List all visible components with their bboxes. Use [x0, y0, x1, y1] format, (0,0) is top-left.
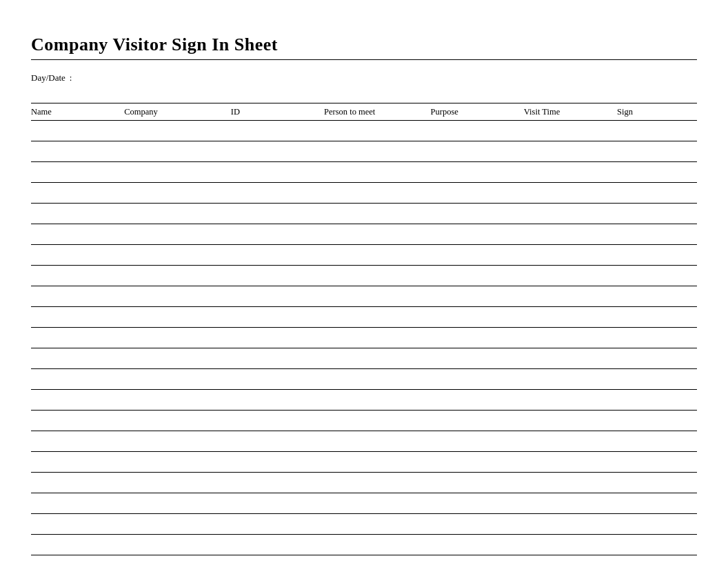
column-header-visit-time: Visit Time	[524, 103, 617, 121]
table-cell	[431, 393, 524, 411]
table-cell	[124, 144, 231, 162]
table-cell	[524, 289, 617, 307]
table-row	[31, 452, 697, 473]
table-cell	[617, 144, 697, 162]
table-cell	[31, 413, 124, 431]
table-cell	[617, 455, 697, 473]
table-cell	[431, 206, 524, 224]
table-cell	[31, 330, 124, 348]
table-cell	[31, 268, 124, 286]
table-row	[31, 204, 697, 224]
table-cell	[231, 517, 324, 535]
table-cell	[324, 372, 431, 390]
table-cell	[524, 248, 617, 266]
table-cell	[231, 268, 324, 286]
table-row	[31, 535, 697, 555]
table-cell	[124, 124, 231, 141]
column-header-company: Company	[124, 103, 231, 121]
table-cell	[31, 351, 124, 369]
table-row	[31, 390, 697, 411]
table-cell	[431, 372, 524, 390]
table-cell	[231, 455, 324, 473]
table-row	[31, 411, 697, 431]
date-colon: :	[70, 72, 72, 83]
table-cell	[324, 434, 431, 452]
table-cell	[231, 248, 324, 266]
table-cell	[431, 227, 524, 245]
table-cell	[617, 165, 697, 183]
table-cell	[524, 186, 617, 204]
table-cell	[617, 289, 697, 307]
table-cell	[31, 248, 124, 266]
table-cell	[617, 186, 697, 204]
table-cell	[524, 434, 617, 452]
table-cell	[231, 434, 324, 452]
table-cell	[324, 393, 431, 411]
table-cell	[231, 310, 324, 328]
table-cell	[124, 186, 231, 204]
table-cell	[231, 289, 324, 307]
table-cell	[324, 206, 431, 224]
table-cell	[617, 248, 697, 266]
table-row	[31, 286, 697, 307]
table-cell	[524, 124, 617, 141]
table-cell	[324, 124, 431, 141]
table-cell	[431, 413, 524, 431]
table-cell	[617, 475, 697, 493]
date-row: Day/Date :	[31, 72, 697, 83]
table-cell	[431, 289, 524, 307]
column-header-sign: Sign	[617, 103, 697, 121]
column-header-person-to-meet: Person to meet	[324, 103, 431, 121]
table-cell	[124, 289, 231, 307]
table-cell	[31, 537, 124, 555]
table-cell	[524, 372, 617, 390]
table-cell	[124, 372, 231, 390]
date-label: Day/Date	[31, 72, 65, 83]
table-row	[31, 514, 697, 535]
table-cell	[617, 206, 697, 224]
table-cell	[124, 558, 231, 563]
table-cell	[31, 165, 124, 183]
table-cell	[31, 393, 124, 411]
table-cell	[231, 206, 324, 224]
table-row	[31, 121, 697, 141]
table-body	[31, 121, 697, 563]
table-cell	[31, 517, 124, 535]
table-cell	[617, 537, 697, 555]
table-cell	[431, 475, 524, 493]
table-cell	[124, 393, 231, 411]
table-row	[31, 369, 697, 390]
table-cell	[324, 496, 431, 514]
table-cell	[617, 227, 697, 245]
table-cell	[431, 455, 524, 473]
table-cell	[31, 372, 124, 390]
table-cell	[524, 206, 617, 224]
table-cell	[124, 268, 231, 286]
table-cell	[324, 537, 431, 555]
table-cell	[31, 186, 124, 204]
table-cell	[617, 268, 697, 286]
table-row	[31, 493, 697, 514]
table-cell	[124, 517, 231, 535]
table-cell	[124, 206, 231, 224]
table-row	[31, 328, 697, 348]
table-cell	[324, 144, 431, 162]
table-row	[31, 473, 697, 493]
table-cell	[124, 248, 231, 266]
column-header-name: Name	[31, 103, 124, 121]
title-divider	[31, 59, 697, 60]
table-cell	[124, 310, 231, 328]
table-cell	[31, 289, 124, 307]
table-header: NameCompanyIDPerson to meetPurposeVisit …	[31, 103, 697, 121]
table-cell	[31, 558, 124, 563]
table-cell	[124, 227, 231, 245]
table-row	[31, 555, 697, 563]
table-row	[31, 162, 697, 183]
table-cell	[431, 434, 524, 452]
table-cell	[524, 558, 617, 563]
table-cell	[431, 124, 524, 141]
table-row	[31, 224, 697, 245]
table-cell	[124, 455, 231, 473]
table-cell	[124, 165, 231, 183]
visitor-table: NameCompanyIDPerson to meetPurposeVisit …	[31, 103, 697, 563]
